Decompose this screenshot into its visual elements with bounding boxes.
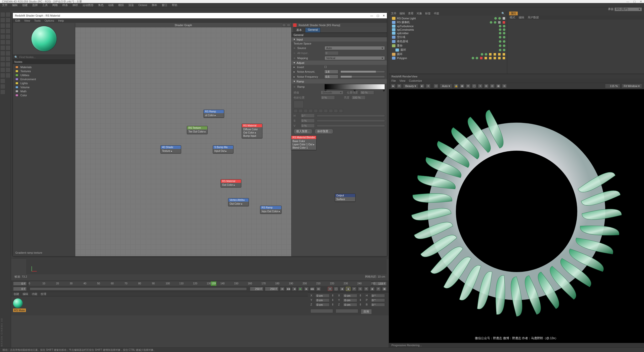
graph-node[interactable]: RS MaterialOut Color ▸ <box>221 179 241 187</box>
ramp-tool-icon[interactable] <box>304 109 308 113</box>
vis-dot-icon[interactable] <box>503 40 505 43</box>
graph-node[interactable]: Vertex AttribuOut Color ▸ <box>228 198 249 206</box>
tool[interactable] <box>0 90 5 95</box>
fit-dropdown[interactable]: Fit Window ▾ <box>622 84 642 88</box>
object-row[interactable]: RS 摄像机 <box>390 20 505 24</box>
object-tag-icon[interactable] <box>502 57 505 60</box>
tool[interactable] <box>0 40 5 45</box>
tool[interactable] <box>0 51 5 56</box>
tab[interactable]: 标签 <box>425 12 431 15</box>
object-tag-icon[interactable] <box>498 57 501 60</box>
ramp-tool-icon[interactable] <box>334 109 338 113</box>
tool[interactable] <box>0 12 5 17</box>
pos-intensity-input[interactable]: 50 % <box>360 91 374 95</box>
graph-node[interactable]: RS Ramput Color ▸ <box>204 110 224 118</box>
graph-node[interactable]: RS RampInpu Out Color ▸ <box>260 206 281 214</box>
tool[interactable] <box>0 34 5 39</box>
object-row[interactable]: xpConstraints <box>390 28 505 31</box>
interp-dropdown[interactable]: Smooth▾ <box>321 91 343 95</box>
vis-dot-icon[interactable] <box>503 45 505 47</box>
noise-amount-input[interactable]: 1.6 <box>324 70 338 74</box>
section-input[interactable]: ▾Input <box>292 37 387 41</box>
object-tag-icon[interactable] <box>480 57 483 60</box>
object-row[interactable]: 圆环 <box>390 52 505 56</box>
ramp-gradient[interactable] <box>325 84 385 90</box>
tab[interactable]: 纹理 <box>41 292 46 296</box>
tab[interactable]: 编辑 <box>519 16 524 20</box>
vis-dot-icon[interactable] <box>485 53 487 56</box>
zoom-input[interactable]: 115 % <box>605 84 620 88</box>
graph-tool-icon[interactable] <box>287 24 290 27</box>
color-pos-input[interactable]: 0 % <box>321 96 335 100</box>
node-category[interactable]: Color <box>13 93 75 97</box>
ramp-tool-icon[interactable] <box>294 109 298 113</box>
graph-node[interactable]: RS MaterialDiffuse Color Out Color ▸Bump… <box>242 124 262 138</box>
tab-basic[interactable]: 基本 <box>294 27 305 32</box>
load-preset-button[interactable]: 载入预置... <box>294 129 312 134</box>
lock-icon[interactable]: 🔒 <box>454 84 458 88</box>
prev-key-icon[interactable]: ◀◀ <box>286 287 291 291</box>
object-tag-icon[interactable] <box>498 21 501 24</box>
minimize-icon[interactable]: — <box>626 0 629 3</box>
tool[interactable] <box>6 62 11 67</box>
h-slider[interactable] <box>317 114 385 117</box>
tab[interactable]: 对象 <box>417 12 422 15</box>
maximize-icon[interactable]: ▢ <box>633 0 636 3</box>
ramp-tool-icon[interactable] <box>339 109 343 113</box>
vis-dot-icon[interactable] <box>499 36 501 38</box>
alt-input[interactable]: 0 <box>325 51 339 55</box>
menu-item[interactable]: Edit <box>15 19 20 22</box>
menu-item[interactable]: 窗口 <box>162 3 167 7</box>
menu-item[interactable]: 编辑 <box>12 3 18 7</box>
frame-start[interactable]: 0 F <box>13 282 27 286</box>
coord-input[interactable]: 0 cm <box>315 294 330 297</box>
v-slider[interactable] <box>317 124 385 127</box>
object-tag-icon[interactable] <box>502 21 505 24</box>
menu-item[interactable]: Customize <box>409 79 422 82</box>
frames-ruler[interactable]: 0 F 010203040506070809010011012013014015… <box>11 281 389 286</box>
node-category[interactable]: Utilities <box>13 73 75 77</box>
vis-dot-icon[interactable] <box>503 32 505 34</box>
coord-input[interactable]: 0 cm <box>343 303 357 306</box>
opt-icon[interactable]: P <box>376 287 381 291</box>
tool[interactable] <box>0 73 5 78</box>
v-input[interactable]: 0 % <box>301 124 315 128</box>
object-row[interactable]: 着色器域 <box>390 39 505 43</box>
rv-tool-icon[interactable]: ⊟ <box>490 84 495 88</box>
render-icon[interactable]: ▶ <box>391 84 395 88</box>
object-row[interactable]: xpEmitter <box>390 31 505 35</box>
vis-dot-icon[interactable] <box>490 21 492 24</box>
tab[interactable]: 用户数据 <box>528 16 539 20</box>
view-start[interactable]: 0 F <box>13 287 27 291</box>
object-row[interactable]: RS Dome Light <box>390 17 505 20</box>
object-tag-icon[interactable] <box>484 57 487 60</box>
rv-tool-icon[interactable]: ⊞ <box>484 84 489 88</box>
s-slider[interactable] <box>317 119 385 122</box>
view-end[interactable]: 250 F <box>250 287 263 291</box>
opt-icon[interactable]: ▦ <box>382 287 387 291</box>
tool[interactable] <box>6 40 11 45</box>
tab-general[interactable]: General <box>305 27 320 32</box>
vis-dot-icon[interactable] <box>494 17 497 20</box>
rv-tool-icon[interactable]: ▾ <box>426 84 430 88</box>
vis-dot-icon[interactable] <box>503 25 505 27</box>
menu-item[interactable]: 运动图形 <box>83 3 94 7</box>
playhead[interactable]: 133 <box>211 281 216 286</box>
rv-tool-icon[interactable]: ◻ <box>434 84 438 88</box>
tool[interactable] <box>6 12 11 17</box>
ramp-tool-icon[interactable] <box>324 109 328 113</box>
coord-input[interactable]: 0 cm <box>343 294 357 297</box>
h-input[interactable]: 0 ° <box>301 114 315 118</box>
node-graph-canvas[interactable]: Shader Graph <box>75 23 291 256</box>
coord-space-dropdown[interactable] <box>310 309 333 313</box>
coord-input[interactable]: 0 ° <box>371 294 385 297</box>
rv-tool-icon[interactable]: ▾ <box>478 84 482 88</box>
menu-item[interactable]: Octane <box>138 4 147 7</box>
object-tag-icon[interactable] <box>489 53 492 56</box>
vis-dot-icon[interactable] <box>499 32 501 34</box>
noise-freq-input[interactable]: 0.5 <box>324 75 338 79</box>
tool[interactable] <box>0 67 5 72</box>
tool[interactable] <box>6 67 11 72</box>
graph-node[interactable]: 4D ShadeTexture ▸ <box>160 145 181 153</box>
graph-node[interactable]: OutputSurface <box>335 194 355 202</box>
